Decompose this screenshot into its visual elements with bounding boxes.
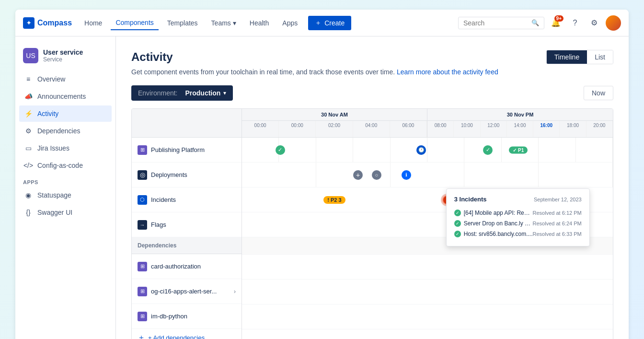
sidebar-item-label-activity: Activity xyxy=(37,110,58,117)
resolved-check-3: ✓ xyxy=(454,231,461,237)
service-info: User service Service xyxy=(43,48,83,63)
resolved-check-1: ✓ xyxy=(454,210,461,216)
avatar[interactable] xyxy=(606,15,621,31)
card-auth-label: card-authorization xyxy=(151,263,201,270)
timeline-view-button[interactable]: Timeline xyxy=(547,50,587,64)
environment-selector[interactable]: Environment: Production ▾ xyxy=(131,85,233,101)
timeline-sidebar: ⊞ Publishing Platform ◎ Deployments ⬡ In… xyxy=(132,109,242,339)
search-bar: 🔍 xyxy=(458,17,544,29)
og-ci16-icon: ⊞ xyxy=(138,287,147,296)
sidebar-item-activity[interactable]: ⚡ Activity xyxy=(19,105,112,122)
event-blue-clock[interactable]: 🕐 xyxy=(416,145,426,155)
event-gray-plus[interactable]: + xyxy=(353,170,363,180)
add-dep-row xyxy=(242,329,613,339)
nav-components[interactable]: Components xyxy=(111,16,158,30)
deployments-label: Deployments xyxy=(151,171,187,178)
sidebar-item-config[interactable]: </> Config-as-code xyxy=(19,157,112,174)
gear-icon: ⚙ xyxy=(591,18,598,27)
sidebar-item-dependencies[interactable]: ⚙ Dependencies xyxy=(19,123,112,139)
event-green-2[interactable]: ✓ xyxy=(483,145,493,155)
nav-health[interactable]: Health xyxy=(245,16,274,30)
event-gray-circle[interactable]: ○ xyxy=(372,170,381,180)
nav-teams[interactable]: Teams ▾ xyxy=(207,16,241,30)
search-input[interactable] xyxy=(463,19,529,27)
service-type: Service xyxy=(43,56,83,63)
tooltip-item-3[interactable]: ✓ Host: srv856.bancly.com.... Resolved a… xyxy=(454,229,582,239)
tooltip-item-1[interactable]: ✓ [64] Mobile app API: Requ... Resolved … xyxy=(454,208,582,218)
main-content: Activity Timeline List Get component eve… xyxy=(116,36,629,339)
am-label: 30 Nov AM xyxy=(242,109,427,121)
timeline-row-incidents: ⬡ Incidents xyxy=(132,187,242,212)
help-button[interactable]: ? xyxy=(567,15,583,31)
add-dependencies-button[interactable]: ＋ + Add dependencies xyxy=(132,329,242,339)
timeline-header-spacer xyxy=(132,109,242,138)
learn-more-link[interactable]: Learn more about the activity feed xyxy=(397,68,498,76)
deployments-icon: ◎ xyxy=(138,170,147,180)
pm-label: 30 Nov PM xyxy=(427,109,613,121)
tick-0000am: 00:00 xyxy=(242,121,279,137)
dependencies-section-label: Dependencies xyxy=(138,242,176,249)
announcements-icon: 📣 xyxy=(24,92,33,101)
env-label: Environment: xyxy=(138,89,177,97)
sidebar-item-label-swagger: Swagger UI xyxy=(37,209,72,216)
logo-text: Compass xyxy=(37,19,72,27)
tick-2000: 20:00 xyxy=(586,121,613,137)
create-label: Create xyxy=(324,19,345,27)
add-dep-label: + Add dependencies xyxy=(148,334,205,339)
apps-section-label: APPS xyxy=(15,174,115,187)
event-green-1[interactable]: ✓ xyxy=(276,145,285,155)
incidents-tooltip: 3 Incidents September 12, 2023 ✓ [64] Mo… xyxy=(446,188,590,246)
create-button[interactable]: ＋ Create xyxy=(308,16,351,30)
incidents-icon: ⬡ xyxy=(138,195,147,205)
tooltip-item-2[interactable]: ✓ Server Drop on Banc.ly Fr... Resolved … xyxy=(454,218,582,229)
settings-button[interactable]: ⚙ xyxy=(586,15,602,31)
sidebar-item-announcements[interactable]: 📣 Announcements xyxy=(19,88,112,105)
sidebar-item-jira[interactable]: ▭ Jira Issues xyxy=(19,140,112,156)
nav-apps[interactable]: Apps xyxy=(277,16,302,30)
logo[interactable]: ✦ Compass xyxy=(23,17,72,29)
incidents-label: Incidents xyxy=(151,196,176,203)
sidebar-item-label-jira: Jira Issues xyxy=(37,144,69,152)
sidebar-item-label-overview: Overview xyxy=(37,75,65,83)
tooltip-item-1-name: [64] Mobile app API: Requ... xyxy=(464,210,533,216)
timeline-row-deployments: ◎ Deployments xyxy=(132,163,242,187)
nav-templates[interactable]: Templates xyxy=(162,16,203,30)
app-layout: US User service Service ≡ Overview 📣 Ann… xyxy=(15,36,629,339)
topbar-right: 🔍 🔔 9+ ? ⚙ xyxy=(458,15,621,31)
tooltip-item-3-left: ✓ Host: srv856.bancly.com.... xyxy=(454,231,533,237)
sidebar: US User service Service ≡ Overview 📣 Ann… xyxy=(15,36,116,339)
list-view-button[interactable]: List xyxy=(587,50,613,64)
env-chevron-icon: ▾ xyxy=(223,90,226,96)
sidebar-item-label-statuspage: Statuspage xyxy=(37,191,71,199)
add-dep-icon: ＋ xyxy=(138,333,145,339)
incident-p2-badge[interactable]: ! P2 3 xyxy=(323,196,345,204)
publishing-platform-row: ✓ 🕐 ✓ ✓ P1 xyxy=(242,138,613,163)
timeline-grid: 30 Nov AM 00:00 00:00 02:00 04:00 06:00 … xyxy=(242,109,613,339)
nav-home[interactable]: Home xyxy=(80,16,107,30)
tick-1000: 10:00 xyxy=(454,121,480,137)
tooltip-item-2-left: ✓ Server Drop on Banc.ly Fr... xyxy=(454,220,533,227)
sidebar-service: US User service Service xyxy=(15,44,115,71)
incidents-row: ! P2 3 !3+) 3 Incidents September 12, 20… xyxy=(242,187,613,212)
notifications-button[interactable]: 🔔 9+ xyxy=(548,15,564,31)
dependencies-section-header: Dependencies xyxy=(132,237,242,254)
apps-nav: ◉ Statuspage {} Swagger UI xyxy=(15,187,115,221)
tooltip-title: 3 Incidents xyxy=(454,196,487,203)
tooltip-item-2-name: Server Drop on Banc.ly Fr... xyxy=(464,220,533,227)
time-header: 30 Nov AM 00:00 00:00 02:00 04:00 06:00 … xyxy=(242,109,613,138)
sidebar-item-statuspage[interactable]: ◉ Statuspage xyxy=(19,187,112,203)
card-auth-row xyxy=(242,255,613,280)
event-p1-check[interactable]: ✓ P1 xyxy=(509,146,528,153)
create-icon: ＋ xyxy=(315,19,322,27)
sidebar-item-overview[interactable]: ≡ Overview xyxy=(19,71,112,87)
tooltip-item-3-status: Resolved at 6:33 PM xyxy=(533,231,582,237)
sidebar-item-label-announcements: Announcements xyxy=(37,93,86,100)
compass-icon: ✦ xyxy=(23,17,34,29)
swagger-icon: {} xyxy=(24,208,33,217)
now-button[interactable]: Now xyxy=(584,86,613,100)
card-auth-icon: ⊞ xyxy=(138,262,147,271)
sidebar-item-swagger[interactable]: {} Swagger UI xyxy=(19,204,112,221)
tooltip-item-3-name: Host: srv856.bancly.com.... xyxy=(464,231,533,237)
service-icon: US xyxy=(23,48,38,63)
event-info[interactable]: ℹ xyxy=(402,170,411,180)
